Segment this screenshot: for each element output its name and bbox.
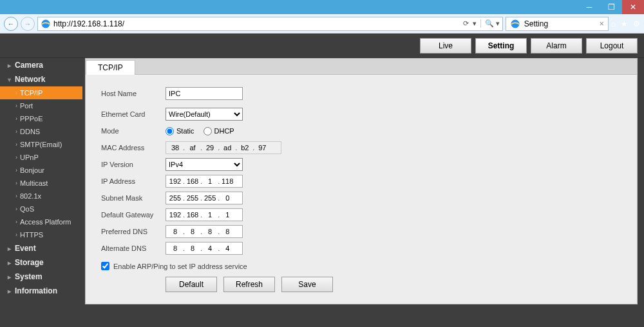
tab-close-icon[interactable]: × bbox=[600, 19, 604, 28]
header-live-button[interactable]: Live bbox=[420, 38, 471, 54]
ethernet-card-select[interactable]: Wire(Default) bbox=[166, 108, 243, 121]
sidebar-item-ddns[interactable]: ›DDNS bbox=[0, 125, 82, 138]
ip-octet[interactable] bbox=[202, 211, 218, 219]
arp-ping-label: Enable ARP/Ping to set IP address servic… bbox=[113, 263, 247, 270]
sidebar-item-https[interactable]: ›HTTPS bbox=[0, 228, 82, 241]
sidebar-cat-storage[interactable]: ▸Storage bbox=[0, 255, 82, 270]
label-ip-version: IP Version bbox=[101, 161, 166, 168]
sidebar-item-label: 802.1x bbox=[20, 192, 41, 201]
gateway-field[interactable]: . . . bbox=[166, 208, 243, 221]
sidebar-item-tcpip[interactable]: ›TCP/IP bbox=[0, 86, 82, 99]
window-maximize-button[interactable]: ❐ bbox=[600, 0, 622, 14]
chevron-right-icon: › bbox=[15, 88, 17, 97]
url-field[interactable]: ⟳ ▾ 🔍 ▾ bbox=[37, 17, 503, 31]
chevron-right-icon: › bbox=[15, 204, 17, 213]
ip-octet[interactable] bbox=[220, 244, 235, 252]
chevron-right-icon: › bbox=[15, 230, 17, 239]
sidebar-cat-information[interactable]: ▸Information bbox=[0, 284, 82, 298]
ip-octet[interactable] bbox=[167, 211, 183, 219]
header-alarm-button[interactable]: Alarm bbox=[531, 38, 582, 54]
tab-strip: TCP/IP bbox=[86, 59, 637, 75]
sidebar-item-label: Port bbox=[20, 101, 33, 110]
preferred-dns-field[interactable]: . . . bbox=[166, 225, 243, 238]
sidebar-item-label: Multicast bbox=[20, 179, 48, 188]
host-name-input[interactable] bbox=[166, 87, 243, 100]
ip-octet[interactable] bbox=[167, 244, 183, 252]
ip-octet[interactable] bbox=[220, 177, 235, 185]
url-input[interactable] bbox=[53, 19, 460, 28]
ip-octet[interactable] bbox=[167, 177, 183, 185]
app-header: Live Setting Alarm Logout bbox=[0, 34, 644, 58]
sidebar-item-label: TCP/IP bbox=[20, 88, 43, 97]
browser-tab[interactable]: Setting × bbox=[506, 17, 609, 31]
sidebar-item-multicast[interactable]: ›Multicast bbox=[0, 177, 82, 190]
ip-address-field[interactable]: . . . bbox=[166, 175, 243, 188]
chevron-right-icon: › bbox=[15, 179, 17, 188]
header-setting-button[interactable]: Setting bbox=[475, 38, 527, 54]
sidebar-cat-label: Information bbox=[15, 286, 57, 295]
ip-octet[interactable] bbox=[167, 194, 183, 202]
chevron-right-icon: › bbox=[15, 127, 17, 136]
ip-octet[interactable] bbox=[220, 194, 235, 202]
search-icon[interactable]: 🔍 ▾ bbox=[480, 19, 500, 28]
mode-dhcp-radio[interactable]: DHCP bbox=[204, 127, 234, 135]
ip-octet[interactable] bbox=[202, 228, 218, 235]
label-mac: MAC Address bbox=[101, 144, 166, 152]
ip-octet[interactable] bbox=[185, 228, 200, 235]
default-button[interactable]: Default bbox=[166, 277, 217, 292]
ip-octet[interactable] bbox=[167, 228, 183, 235]
sidebar-item-upnp[interactable]: ›UPnP bbox=[0, 151, 82, 164]
tab-tcpip[interactable]: TCP/IP bbox=[86, 60, 135, 75]
chevron-right-icon: › bbox=[15, 114, 17, 123]
dropdown-icon[interactable]: ▾ bbox=[473, 19, 477, 28]
ip-octet[interactable] bbox=[202, 244, 218, 252]
home-icon[interactable]: ⌂ bbox=[611, 19, 616, 28]
sidebar-item-label: QoS bbox=[20, 204, 34, 213]
sidebar-item-pppoe[interactable]: ›PPPoE bbox=[0, 112, 82, 125]
subnet-mask-field[interactable]: . . . bbox=[166, 192, 243, 204]
address-bar: ← → ⟳ ▾ 🔍 ▾ Setting × ⌂ ★ ⚙ bbox=[0, 14, 644, 34]
alternate-dns-field[interactable]: . . . bbox=[166, 242, 243, 255]
ip-octet[interactable] bbox=[185, 211, 200, 219]
sidebar-item-qos[interactable]: ›QoS bbox=[0, 203, 82, 215]
ip-octet[interactable] bbox=[202, 177, 218, 185]
tools-icon[interactable]: ⚙ bbox=[633, 19, 640, 28]
window-close-button[interactable]: ✕ bbox=[622, 0, 644, 14]
mode-static-radio[interactable]: Static bbox=[166, 127, 194, 135]
sidebar-item-bonjour[interactable]: ›Bonjour bbox=[0, 164, 82, 177]
sidebar-item-label: SMTP(Email) bbox=[20, 140, 62, 149]
sidebar-cat-label: Event bbox=[15, 244, 36, 253]
sidebar-cat-network[interactable]: ▾Network bbox=[0, 72, 82, 86]
sidebar-item-label: HTTPS bbox=[20, 230, 43, 239]
mac-octet bbox=[167, 144, 183, 152]
favorites-icon[interactable]: ★ bbox=[621, 19, 628, 28]
sidebar-item-label: UPnP bbox=[20, 153, 39, 162]
forward-button[interactable]: → bbox=[21, 17, 35, 31]
ip-version-select[interactable]: IPv4 bbox=[166, 158, 243, 171]
chevron-right-icon: ▸ bbox=[8, 273, 11, 281]
sidebar-item-access-platform[interactable]: ›Access Platform bbox=[0, 215, 82, 228]
chevron-right-icon: › bbox=[15, 192, 17, 201]
ip-octet[interactable] bbox=[220, 228, 235, 235]
refresh-button[interactable]: Refresh bbox=[223, 277, 275, 292]
sidebar-cat-event[interactable]: ▸Event bbox=[0, 241, 82, 255]
sidebar-item-port[interactable]: ›Port bbox=[0, 99, 82, 112]
window-minimize-button[interactable]: ─ bbox=[578, 0, 600, 14]
sidebar-item-8021x[interactable]: ›802.1x bbox=[0, 190, 82, 203]
sidebar-cat-label: Network bbox=[15, 75, 45, 84]
ip-octet[interactable] bbox=[185, 244, 200, 252]
chevron-right-icon: › bbox=[15, 140, 17, 149]
ip-octet[interactable] bbox=[185, 194, 200, 202]
sidebar-cat-system[interactable]: ▸System bbox=[0, 270, 82, 284]
ip-octet[interactable] bbox=[185, 177, 200, 185]
sidebar-item-smtp[interactable]: ›SMTP(Email) bbox=[0, 138, 82, 151]
chevron-down-icon: ▾ bbox=[8, 76, 11, 83]
back-button[interactable]: ← bbox=[4, 17, 18, 31]
sidebar-cat-camera[interactable]: ▸Camera bbox=[0, 58, 82, 72]
refresh-icon[interactable]: ⟳ bbox=[463, 19, 469, 28]
arp-ping-checkbox[interactable] bbox=[101, 262, 109, 270]
ip-octet[interactable] bbox=[220, 211, 235, 219]
header-logout-button[interactable]: Logout bbox=[586, 38, 638, 54]
save-button[interactable]: Save bbox=[281, 277, 333, 292]
ip-octet[interactable] bbox=[202, 194, 218, 202]
